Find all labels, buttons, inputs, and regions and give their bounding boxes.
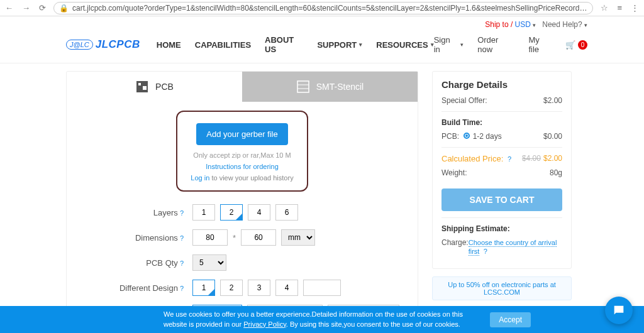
row-dimensions: Dimensions? * mm: [79, 229, 405, 246]
nav-links: HOME CAPABILITIES ABOUT US SUPPORT ▾ RES…: [157, 35, 434, 54]
special-offer-label: Special Offer:: [441, 96, 487, 105]
add-gerber-button[interactable]: Add your gerber file: [196, 123, 287, 145]
tab-pcb[interactable]: PCB: [67, 72, 242, 102]
main-nav: J@LC JLCPCB HOME CAPABILITIES ABOUT US S…: [0, 29, 644, 63]
chevron-down-icon: ▾: [533, 22, 536, 28]
nav-about[interactable]: ABOUT US: [265, 35, 303, 54]
tab-pcb-label: PCB: [155, 82, 174, 92]
diff-design-custom-input[interactable]: [303, 280, 341, 296]
diff-design-opt-4[interactable]: 4: [275, 280, 298, 296]
upload-box: Add your gerber file Only accept zip or …: [176, 111, 308, 192]
extensions-icon[interactable]: ≡: [617, 3, 622, 13]
different-design-label: Different Design?: [79, 283, 192, 293]
star-icon[interactable]: ☆: [601, 3, 608, 13]
logo-badge: J@LC: [66, 40, 93, 50]
tab-stencil[interactable]: SMT-Stencil: [242, 72, 418, 102]
chat-icon: [612, 303, 626, 317]
chat-button[interactable]: [605, 297, 633, 324]
login-link[interactable]: Log in: [191, 174, 209, 182]
row-pcb-qty: PCB Qty? 5: [79, 254, 405, 271]
radio-icon: [464, 133, 470, 139]
ship-to-label: Ship to /: [485, 20, 513, 29]
help-icon[interactable]: ?: [484, 248, 487, 255]
browser-chrome: ← → ⟳ 🔒 cart.jlcpcb.com/quote?orderType=…: [0, 0, 644, 16]
layers-label: Layers?: [79, 208, 192, 217]
weight-value: 80g: [550, 168, 562, 177]
pcb-time-option[interactable]: PCB: 1-2 days: [441, 132, 502, 141]
cookie-banner: We use cookies to offer you a better exp…: [0, 306, 644, 333]
pcb-qty-select[interactable]: 5: [192, 254, 226, 271]
special-offer-value: $2.00: [543, 96, 562, 105]
product-tabs: PCB SMT-Stencil: [67, 72, 418, 102]
reload-icon[interactable]: ⟳: [39, 3, 46, 13]
diff-design-opt-1[interactable]: 1: [192, 280, 215, 296]
help-icon[interactable]: ?: [180, 285, 184, 292]
order-now-link[interactable]: Order now: [477, 35, 514, 54]
cart-count: 0: [578, 40, 587, 50]
build-time-label: Build Time:: [441, 118, 562, 127]
row-layers: Layers? 1 2 4 6: [79, 204, 405, 221]
svg-rect-2: [143, 86, 147, 90]
dim-height-input[interactable]: [241, 229, 276, 246]
charge-details-card: Charge Details Special Offer: $2.00 Buil…: [432, 71, 572, 269]
nav-capabilities[interactable]: CAPABILITIES: [195, 35, 251, 54]
help-icon[interactable]: ?: [180, 259, 184, 267]
weight-label: Weight:: [441, 168, 467, 177]
help-icon[interactable]: ?: [180, 209, 184, 217]
diff-design-opt-3[interactable]: 3: [248, 280, 270, 296]
dim-unit-select[interactable]: mm: [281, 229, 315, 246]
url-text: cart.jlcpcb.com/quote?orderType=1&stenci…: [72, 4, 587, 13]
quote-panel: PCB SMT-Stencil Add your gerber file Onl…: [66, 71, 418, 333]
choose-country-link[interactable]: Choose the country of arrival first: [469, 239, 557, 256]
layers-opt-6[interactable]: 6: [275, 204, 298, 221]
upload-history-text: Log in to view your upload history: [184, 174, 301, 182]
back-icon[interactable]: ←: [5, 3, 13, 13]
calculated-price-value: $4.00$2.00: [522, 154, 562, 163]
upload-note: Only accept zip or rar,Max 10 M: [184, 151, 301, 159]
layers-opt-1[interactable]: 1: [192, 204, 215, 221]
lcsc-promo[interactable]: Up to 50% off on electronic parts at LCS…: [432, 276, 572, 300]
diff-design-opt-2[interactable]: 2: [220, 280, 243, 296]
pcb-qty-label: PCB Qty?: [79, 258, 192, 268]
save-to-cart-button[interactable]: SAVE TO CART: [441, 188, 562, 211]
svg-rect-1: [138, 83, 141, 85]
layers-opt-4[interactable]: 4: [248, 204, 270, 221]
help-icon[interactable]: ?: [508, 155, 511, 163]
need-help-link[interactable]: Need Help? ▾: [542, 20, 587, 29]
logo[interactable]: J@LC JLCPCB: [66, 38, 140, 51]
sign-in-link[interactable]: Sign in ▾: [434, 35, 464, 54]
pcb-icon: [135, 80, 149, 94]
nav-home[interactable]: HOME: [157, 35, 181, 54]
utility-row: Ship to / USD ▾ Need Help? ▾: [0, 16, 644, 29]
forward-icon[interactable]: →: [22, 3, 30, 13]
cart-button[interactable]: 🛒 0: [565, 40, 587, 50]
browser-nav-buttons: ← → ⟳: [5, 3, 46, 13]
cookie-text: We use cookies to offer you a better exp…: [164, 310, 477, 329]
cookie-accept-button[interactable]: Accept: [490, 312, 531, 327]
help-icon[interactable]: ?: [180, 234, 184, 242]
pcb-time-price: $0.00: [543, 132, 562, 141]
charge-label: Charge:: [441, 238, 469, 247]
my-file-link[interactable]: My file: [528, 35, 552, 54]
nav-right: Sign in ▾ Order now My file 🛒 0: [434, 35, 587, 54]
dimensions-label: Dimensions?: [79, 233, 192, 243]
caret-down-icon: ▾: [359, 41, 362, 48]
menu-icon[interactable]: ⋮: [631, 3, 639, 13]
charge-panel: Charge Details Special Offer: $2.00 Buil…: [432, 71, 572, 333]
layers-opt-2[interactable]: 2: [220, 204, 243, 221]
instructions-link[interactable]: Instructions for ordering: [184, 163, 301, 170]
tab-stencil-label: SMT-Stencil: [316, 82, 364, 92]
shipping-estimate-label: Shipping Estimate:: [441, 224, 562, 233]
address-bar[interactable]: 🔒 cart.jlcpcb.com/quote?orderType=1&sten…: [53, 2, 593, 14]
dim-width-input[interactable]: [192, 229, 228, 246]
currency-selector[interactable]: USD ▾: [515, 20, 536, 29]
nav-resources[interactable]: RESOURCES ▾: [376, 35, 433, 54]
charge-title: Charge Details: [441, 79, 562, 90]
privacy-policy-link[interactable]: Privacy Policy: [243, 320, 286, 328]
svg-rect-3: [297, 81, 309, 92]
chevron-down-icon: ▾: [460, 41, 464, 48]
nav-support[interactable]: SUPPORT ▾: [317, 35, 362, 54]
lock-icon: 🔒: [59, 4, 69, 13]
dim-separator: *: [233, 233, 236, 243]
browser-right-icons: ☆ ≡ ⋮: [601, 3, 639, 13]
